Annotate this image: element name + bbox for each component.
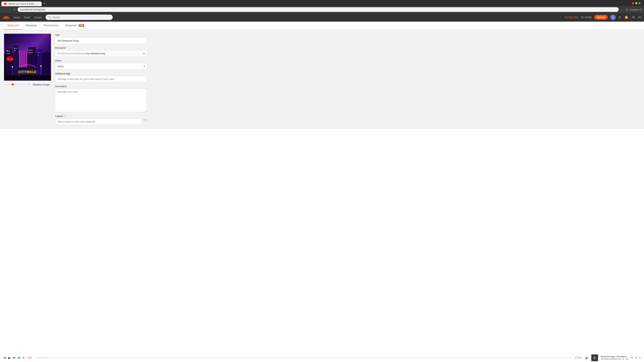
current-time: 0:03 xyxy=(28,357,33,359)
svg-text:S: S xyxy=(5,3,6,4)
zoom-handle[interactable] xyxy=(12,83,14,86)
new-tab-btn[interactable]: + xyxy=(42,1,47,6)
permalink-required: * xyxy=(66,46,67,49)
notifications-btn[interactable]: 🔔 xyxy=(624,15,629,20)
caption-label-text: Caption xyxy=(55,115,63,117)
title-input[interactable] xyxy=(55,37,147,44)
active-tab[interactable]: S Upload your music & audio an... × xyxy=(1,1,42,6)
search-bar[interactable]: 🔍 xyxy=(46,14,113,20)
player-actions: ♥ ↺ ≡ xyxy=(631,356,641,360)
caption-input[interactable] xyxy=(55,118,142,125)
tags-group: Additional tags xyxy=(55,72,147,82)
permalink-domain: soundcloud.com/a24beaba/ xyxy=(58,52,86,55)
player-artist-name: Densiflora podcast vol. 11 - Iny xyxy=(601,358,628,360)
nav-library[interactable]: Library xyxy=(34,15,42,19)
more-btn[interactable]: ••• xyxy=(638,15,641,19)
volume-btn[interactable]: 🔊 xyxy=(585,356,589,360)
nav-home[interactable]: Home xyxy=(14,15,20,19)
svg-rect-38 xyxy=(38,55,39,55)
upload-btn[interactable]: Upload xyxy=(594,15,608,19)
svg-rect-32 xyxy=(29,50,30,51)
tab-advanced[interactable]: Advanced NEW xyxy=(62,22,88,30)
like-btn[interactable]: ♥ xyxy=(631,356,633,360)
svg-point-51 xyxy=(33,73,34,77)
caption-input-row: 140 xyxy=(55,118,147,125)
zoom-minus-btn[interactable]: − xyxy=(4,82,7,87)
soundcloud-app: Home Feed Library 🔍 Try Next Pro For Art… xyxy=(0,13,644,360)
repost-btn[interactable]: ↺ xyxy=(635,356,637,359)
tab-metadata[interactable]: Metadata xyxy=(22,22,40,30)
window-controls xyxy=(630,2,643,5)
artwork-image: Coca-Cola CITYWALK xyxy=(4,34,51,81)
player-track-name: Biotechnologia / Densiflora xyxy=(601,355,628,358)
close-tab-btn[interactable]: × xyxy=(38,3,39,5)
skip-back-btn[interactable]: ⏮ xyxy=(3,356,6,360)
shuffle-btn[interactable]: ⇄ xyxy=(18,356,20,360)
svg-rect-35 xyxy=(31,52,32,53)
replace-image-btn[interactable]: Replace image xyxy=(32,82,51,87)
genre-select-wrap: Disco Pop Rock Electronic Hip-hop Jazz ▾ xyxy=(55,63,147,69)
header-actions: Try Next Pro For Artists Upload A ▾ 🔔 ✉ … xyxy=(564,14,641,20)
zoom-slider[interactable] xyxy=(8,84,26,85)
description-input[interactable] xyxy=(55,89,147,112)
svg-rect-34 xyxy=(29,52,30,53)
back-btn[interactable]: ← xyxy=(2,7,6,12)
new-badge: NEW xyxy=(79,24,84,27)
svg-rect-9 xyxy=(8,16,8,19)
window-minimize-btn[interactable] xyxy=(635,2,637,4)
permalink-label: Permalink * xyxy=(55,46,147,49)
search-input[interactable] xyxy=(52,16,110,18)
queue-btn[interactable]: ≡ xyxy=(639,356,641,359)
svg-point-54 xyxy=(594,357,596,359)
for-artists-btn[interactable]: For Artists xyxy=(581,16,592,18)
tags-input[interactable] xyxy=(55,76,147,82)
skip-forward-btn[interactable]: ⏭ xyxy=(13,356,16,360)
tab-favicon: S xyxy=(4,2,7,5)
try-next-pro-btn[interactable]: Try Next Pro xyxy=(564,16,578,18)
form-section: Title * Permalink * soundcloud.com/a24be… xyxy=(55,34,147,125)
tab-permissions[interactable]: Permissions xyxy=(40,22,62,30)
svg-rect-7 xyxy=(6,16,6,19)
tags-label: Additional tags xyxy=(55,72,147,75)
split-view-btn[interactable]: ⊟ xyxy=(625,7,628,12)
logo-bars xyxy=(3,15,10,19)
svg-rect-10 xyxy=(8,17,8,19)
browser-chrome: S Upload your music & audio an... × + ← … xyxy=(0,0,644,13)
dropdown-btn[interactable]: ▾ xyxy=(618,15,621,20)
svg-point-50 xyxy=(29,73,31,77)
player-controls: ⏮ ▶ ⏭ ⇄ ↻ xyxy=(3,356,25,360)
tab-basic-info[interactable]: Basic info xyxy=(4,22,22,30)
permalink-edit-btn[interactable]: ✏ xyxy=(143,52,145,55)
player-info: Biotechnologia / Densiflora Densiflora p… xyxy=(601,355,628,360)
player-progress[interactable] xyxy=(36,358,572,358)
avatar[interactable]: A xyxy=(610,14,616,20)
play-pause-btn[interactable]: ▶ xyxy=(8,356,11,360)
upload-page: Basic info Metadata Permissions Advanced… xyxy=(0,22,644,129)
caption-help-icon[interactable]: ? xyxy=(64,115,67,117)
nav-feed[interactable]: Feed xyxy=(24,15,30,19)
artwork-section: Coca-Cola CITYWALK xyxy=(4,34,51,125)
svg-rect-25 xyxy=(6,50,8,51)
svg-rect-8 xyxy=(7,16,7,19)
permalink-display: soundcloud.com/a24beaba/ my-released-son… xyxy=(55,50,147,57)
caption-label-row: Caption ? xyxy=(55,115,147,117)
forward-btn[interactable]: → xyxy=(8,7,12,12)
bookmark-btn[interactable]: ☆ xyxy=(620,7,624,12)
window-maximize-btn[interactable] xyxy=(639,2,641,4)
total-duration: 1:58:33 xyxy=(575,357,582,359)
incognito-label: Incognito (2) xyxy=(630,8,642,11)
svg-point-48 xyxy=(15,73,16,77)
window-close-btn[interactable] xyxy=(632,2,634,4)
browser-action-buttons: ☆ ⊟ Incognito (2) xyxy=(620,7,642,12)
url-input[interactable] xyxy=(18,7,619,12)
progress-fill xyxy=(36,358,47,358)
player-bar: ⏮ ▶ ⏭ ⇄ ↻ 0:03 1:58:33 🔊 Biotechnologia … xyxy=(0,353,644,360)
repeat-btn[interactable]: ↻ xyxy=(22,356,25,360)
genre-select[interactable]: Disco Pop Rock Electronic Hip-hop Jazz xyxy=(55,63,147,69)
sc-logo[interactable] xyxy=(3,15,10,19)
zoom-plus-btn[interactable]: + xyxy=(27,82,30,87)
caption-count: 140 xyxy=(143,118,147,121)
reload-btn[interactable]: ↻ xyxy=(13,7,16,12)
svg-point-49 xyxy=(18,73,20,77)
messages-btn[interactable]: ✉ xyxy=(632,15,636,20)
